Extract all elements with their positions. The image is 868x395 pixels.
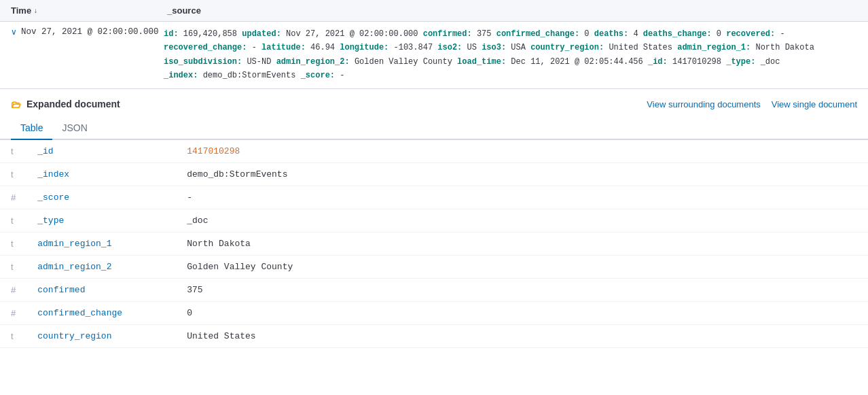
folder-icon: 🗁 (11, 99, 21, 110)
view-surrounding-link[interactable]: View surrounding documents (647, 99, 760, 109)
field-admin-region2-name: admin_region_2: (276, 57, 350, 67)
field-_id-name: _id: (648, 57, 668, 67)
table-row: t_id1417010298 (0, 140, 868, 163)
field-iso3-name: iso3: (482, 43, 506, 52)
time-column-label: Time (11, 5, 31, 16)
source-content: id: 169,420,858 updated: Nov 27, 2021 @ … (164, 27, 857, 83)
field-longitude-name: longitude: (340, 43, 388, 52)
table-row: #confirmed375 (0, 278, 868, 301)
tab-table[interactable]: Table (11, 117, 52, 140)
field-name: admin_region_1 (26, 232, 176, 255)
field-load-time-name: load_time: (457, 57, 506, 67)
field-name: confirmed (26, 278, 176, 301)
field-type: # (0, 186, 26, 209)
field-name: _type (26, 209, 176, 232)
field-type: t (0, 232, 26, 255)
main-container: Time ↓ _source ∨ Nov 27, 2021 @ 02:00:00… (0, 0, 868, 395)
field-type: t (0, 324, 26, 347)
view-single-link[interactable]: View single document (772, 99, 857, 109)
field-type: # (0, 278, 26, 301)
field-recovered-change-name: recovered_change: (164, 43, 247, 52)
doc-links: View surrounding documents View single d… (647, 99, 857, 109)
field-type: t (0, 209, 26, 232)
expanded-table: t_id1417010298t_indexdemo_db:StormEvents… (0, 140, 868, 348)
field-type: # (0, 301, 26, 324)
field-value: - (176, 186, 868, 209)
field-name: country_region (26, 324, 176, 347)
expand-toggle[interactable]: ∨ (11, 27, 17, 37)
field-name: _index (26, 162, 176, 186)
sort-icon: ↓ (34, 7, 37, 14)
table-row: #confirmed_change0 (0, 301, 868, 324)
table-row: t_indexdemo_db:StormEvents (0, 162, 868, 186)
field-value: 0 (176, 301, 868, 324)
tabs-container: Table JSON (0, 117, 868, 140)
field-name: admin_region_2 (26, 255, 176, 278)
field-type: t (0, 255, 26, 278)
data-row: ∨ Nov 27, 2021 @ 02:00:00.000 id: 169,42… (0, 22, 868, 89)
field-iso-subdivision-name: iso_subdivision: (164, 57, 242, 67)
field-value: United States (176, 324, 868, 347)
field-id-name: id: (164, 29, 179, 39)
field-name: _id (26, 140, 176, 163)
time-value: Nov 27, 2021 @ 02:00:00.000 (21, 27, 164, 37)
field-_index-name: _index: (164, 71, 198, 80)
field-name: confirmed_change (26, 301, 176, 324)
field-deaths-change-name: deaths_change: (643, 29, 712, 39)
expanded-doc-title: 🗁 Expanded document (11, 99, 120, 110)
field-value: demo_db:StormEvents (176, 162, 868, 186)
expanded-doc-label: Expanded document (26, 99, 120, 109)
field-type: t (0, 162, 26, 186)
field-deaths-name: deaths: (594, 29, 628, 39)
field-_type-name: _type: (726, 57, 755, 67)
field-value: Golden Valley County (176, 255, 868, 278)
field-latitude-name: latitude: (261, 43, 306, 52)
field-type: t (0, 140, 26, 163)
field-recovered-name: recovered: (726, 29, 775, 39)
table-row: tadmin_region_1North Dakota (0, 232, 868, 255)
field-admin-region1-name: admin_region_1: (677, 43, 751, 52)
table-row: #_score- (0, 186, 868, 209)
table-row: tadmin_region_2Golden Valley County (0, 255, 868, 278)
field-_score-name: _score: (301, 71, 335, 80)
field-confirmed-name: confirmed: (423, 29, 472, 39)
col-source-header: _source (167, 5, 857, 16)
table-row: tcountry_regionUnited States (0, 324, 868, 347)
col-time-header[interactable]: Time ↓ (11, 5, 167, 16)
table-row: t_type_doc (0, 209, 868, 232)
field-iso2-name: iso2: (437, 43, 462, 52)
field-name: _score (26, 186, 176, 209)
tab-json[interactable]: JSON (52, 117, 96, 140)
field-value: 1417010298 (176, 140, 868, 163)
table-header: Time ↓ _source (0, 0, 868, 22)
field-value: _doc (176, 209, 868, 232)
field-value: North Dakota (176, 232, 868, 255)
expanded-doc-header: 🗁 Expanded document View surrounding doc… (0, 89, 868, 117)
field-confirmed-change-name: confirmed_change: (496, 29, 579, 39)
field-country-region-name: country_region: (530, 43, 604, 52)
field-updated-name: updated: (242, 29, 281, 39)
field-value: 375 (176, 278, 868, 301)
